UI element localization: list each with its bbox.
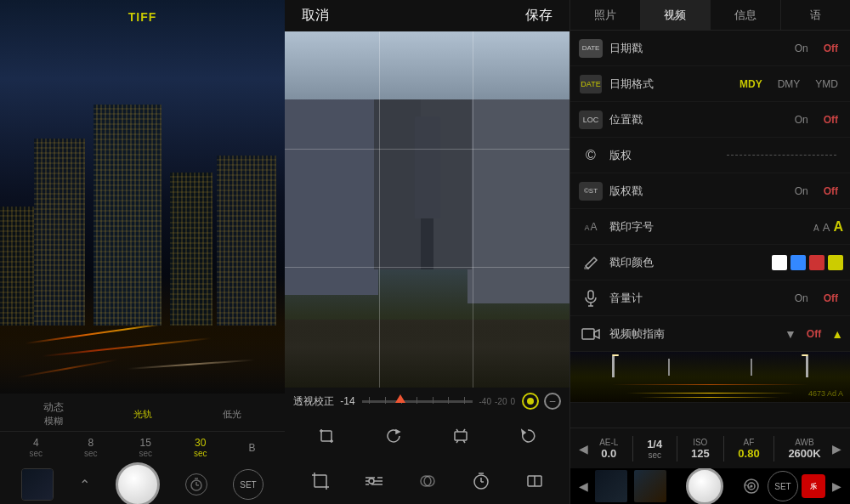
film-frame-2[interactable]: [634, 470, 666, 502]
text-size-icon: A A: [577, 213, 604, 241]
paint-icon: [577, 249, 604, 276]
film-prev[interactable]: ◀: [574, 476, 593, 496]
color-white[interactable]: [772, 255, 787, 270]
perspective-mid-label: -20: [495, 397, 507, 406]
date-watermark-options: On Off: [790, 41, 843, 56]
watermark-size-options: A A A: [813, 219, 843, 235]
color-yellow[interactable]: [828, 255, 843, 270]
video-guide-arrow-down[interactable]: ▼: [785, 327, 796, 341]
copyright-stamp-icon: ©ST: [577, 178, 604, 205]
date-format-ymd[interactable]: YMD: [810, 76, 843, 92]
size-small[interactable]: A: [813, 224, 819, 233]
filter-bottom-tool[interactable]: [413, 467, 442, 496]
watermark-color-label: 戳印颜色: [609, 255, 772, 270]
af-stat: AF 0.80: [738, 438, 759, 460]
shutter-button[interactable]: [116, 462, 160, 504]
scroll-up-button[interactable]: ⌃: [79, 477, 90, 493]
left-panel: TIFF 动态 模糊 光轨 低光 4 sec 8 sec: [0, 0, 285, 504]
copyright-watermark-label: 版权戳: [609, 184, 790, 199]
right-set-button[interactable]: SET: [768, 471, 798, 501]
size-medium[interactable]: A: [823, 221, 830, 234]
video-guide-arrow-up[interactable]: ▲: [831, 327, 843, 341]
mid-panel: 取消 保存 透视校正: [285, 0, 570, 504]
setting-date-format: DATE 日期格式 MDY DMY YMD: [570, 66, 850, 102]
audio-icon[interactable]: [737, 472, 766, 501]
shutter-row: 4 sec 8 sec 15 sec 30 sec B: [0, 432, 285, 463]
mid-header: 取消 保存: [285, 0, 570, 31]
shutter-b[interactable]: B: [248, 442, 255, 454]
prev-arrow[interactable]: ◀: [574, 439, 593, 459]
color-red[interactable]: [809, 255, 824, 270]
location-icon: LOC: [577, 106, 604, 133]
date-watermark-off[interactable]: Off: [819, 41, 843, 56]
shutter-4sec[interactable]: 4 sec: [29, 437, 42, 458]
thumbnail-preview[interactable]: [21, 468, 54, 501]
copyright-off[interactable]: Off: [819, 184, 843, 199]
date-format-options: MDY DMY YMD: [734, 76, 843, 92]
audio-meter-label: 音量计: [609, 291, 790, 306]
perspective-zero-label: 0: [510, 397, 515, 406]
mode-motion-blur[interactable]: 动态 模糊: [43, 400, 64, 428]
cancel-button[interactable]: 取消: [302, 7, 329, 25]
level-indicator: [522, 393, 539, 410]
transform-tool[interactable]: [447, 422, 474, 450]
tab-photos[interactable]: 照片: [570, 0, 641, 30]
aspect-bottom-tool[interactable]: [520, 467, 549, 496]
date-watermark-on[interactable]: On: [790, 41, 813, 56]
svg-point-21: [369, 479, 374, 484]
color-blue[interactable]: [790, 255, 806, 270]
set-button[interactable]: SET: [233, 469, 264, 500]
video-guide-off[interactable]: Off: [802, 326, 826, 342]
tab-video[interactable]: 视频: [641, 0, 711, 30]
crop-tool[interactable]: [313, 422, 340, 450]
perspective-slider[interactable]: [362, 393, 473, 410]
tab-info[interactable]: 信息: [711, 0, 781, 30]
right-tabs: 照片 视频 信息 语: [570, 0, 850, 31]
rotate-tool[interactable]: [380, 422, 407, 450]
date-format-icon: DATE: [577, 71, 604, 98]
svg-rect-4: [321, 431, 332, 441]
location-off[interactable]: Off: [819, 112, 843, 127]
mode-low-light[interactable]: 低光: [223, 408, 241, 421]
film-next[interactable]: ▶: [827, 476, 847, 496]
copyright-on[interactable]: On: [790, 184, 813, 199]
location-on[interactable]: On: [790, 112, 813, 127]
mid-toolbar: [285, 415, 570, 457]
mid-preview-image: [285, 31, 570, 388]
right-shutter-button[interactable]: [686, 468, 723, 504]
save-button[interactable]: 保存: [525, 7, 552, 25]
svg-rect-40: [582, 329, 594, 339]
crop-bottom-tool[interactable]: [306, 467, 335, 496]
date-format-dmy[interactable]: DMY: [773, 76, 806, 92]
setting-watermark-size: A A 戳印字号 A A A: [570, 209, 850, 245]
film-frame-1[interactable]: [595, 470, 627, 502]
ae-l-stat: AE-L 0.0: [599, 438, 618, 460]
date-format-mdy[interactable]: MDY: [734, 76, 768, 92]
shutter-30sec[interactable]: 30 sec: [194, 437, 207, 458]
video-guide-options: ▼ Off ▲: [785, 326, 843, 342]
size-large[interactable]: A: [833, 219, 843, 235]
shutter-8sec[interactable]: 8 sec: [84, 437, 98, 458]
mic-icon: [577, 285, 604, 312]
svg-rect-16: [314, 475, 326, 487]
mode-light-trail[interactable]: 光轨: [133, 408, 152, 421]
setting-watermark-color: 戳印颜色: [570, 245, 850, 280]
exposure-indicator: –: [544, 393, 561, 410]
setting-date-watermark: DATE 日期戳 On Off: [570, 31, 850, 66]
timer-icon[interactable]: [185, 473, 207, 496]
next-arrow[interactable]: ▶: [827, 439, 847, 459]
right-panel: 照片 视频 信息 语 DATE 日期戳 On Off: [570, 0, 850, 504]
audio-meter-options: On Off: [790, 291, 843, 306]
tab-language[interactable]: 语: [781, 0, 851, 30]
clock-bottom-tool[interactable]: [467, 467, 496, 496]
shutter-15sec[interactable]: 15 sec: [139, 437, 152, 458]
reset-tool[interactable]: [514, 422, 541, 450]
adjust-bottom-tool[interactable]: [360, 467, 388, 496]
copyright-input-area[interactable]: [727, 155, 837, 156]
audio-on[interactable]: On: [790, 291, 813, 306]
watermark-size-label: 戳印字号: [609, 219, 813, 235]
audio-off[interactable]: Off: [819, 291, 843, 306]
awb-stat: AWB 2600K: [788, 438, 820, 460]
status-bar: ◀ AE-L 0.0 1/4 sec ISO 125 AF 0.80: [570, 428, 850, 468]
perspective-indicators: –: [522, 393, 561, 410]
